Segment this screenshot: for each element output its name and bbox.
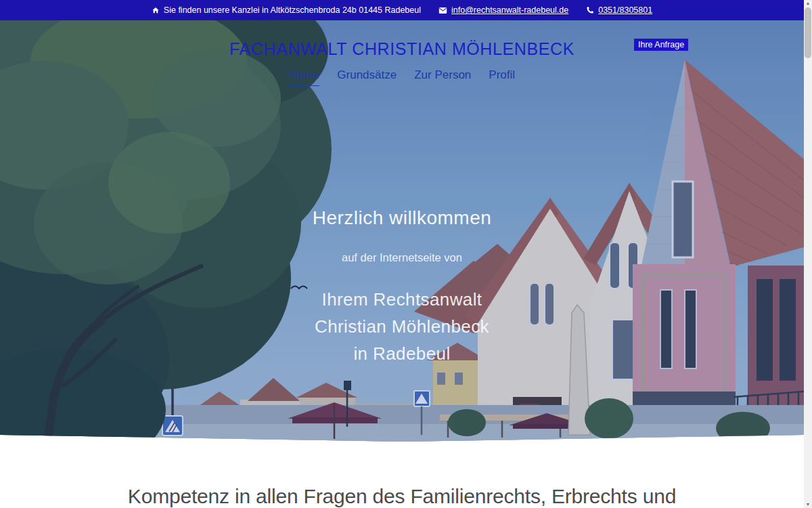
content-section: Kompetenz in allen Fragen des Familienre… xyxy=(0,442,804,508)
site-header: FACHANWALT CHRISTIAN MÖHLENBECK Home Gru… xyxy=(0,20,804,86)
email-item: info@rechtsanwalt-radebeul.de xyxy=(438,5,568,15)
home-icon xyxy=(152,6,160,14)
scrollbar-down-arrow[interactable]: ▼ xyxy=(804,501,812,508)
hero-intro-lines: Ihrem Rechtsanwalt Christian Möhlenbeck … xyxy=(0,286,804,367)
scrollbar-thumb[interactable] xyxy=(805,7,811,58)
nav-item-grundsaetze[interactable]: Grundsätze xyxy=(337,68,397,86)
phone-icon xyxy=(586,6,594,14)
top-info-bar: Sie finden unsere Kanzlei in Altkötzsche… xyxy=(0,0,804,20)
mail-icon xyxy=(438,7,447,14)
scrollbar-up-arrow[interactable]: ▲ xyxy=(804,0,812,7)
phone-link[interactable]: 0351/8305801 xyxy=(598,5,652,15)
content-heading: Kompetenz in allen Fragen des Familienre… xyxy=(0,485,804,508)
ihre-anfrage-button[interactable]: Ihre Anfrage xyxy=(634,39,688,51)
nav-item-profil[interactable]: Profil xyxy=(489,68,515,86)
nav-item-zur-person[interactable]: Zur Person xyxy=(414,68,471,86)
hero-line-2: Christian Möhlenbeck xyxy=(0,313,804,340)
address-item: Sie finden unsere Kanzlei in Altkötzsche… xyxy=(152,5,421,15)
hero-line-3: in Radebeul xyxy=(0,340,804,367)
nav-item-home[interactable]: Home xyxy=(289,68,319,86)
email-link[interactable]: info@rechtsanwalt-radebeul.de xyxy=(451,5,568,15)
main-nav: Home Grundsätze Zur Person Profil xyxy=(0,68,804,86)
hero-heading: Herzlich willkommen xyxy=(0,207,804,229)
phone-item: 0351/8305801 xyxy=(586,5,652,15)
scrollbar[interactable]: ▲ ▼ xyxy=(804,0,812,508)
browser-viewport: Sie finden unsere Kanzlei in Altkötzsche… xyxy=(0,0,812,508)
hero-subheading: auf der Internetseite von xyxy=(0,251,804,264)
hero-line-1: Ihrem Rechtsanwalt xyxy=(0,286,804,313)
address-text: Sie finden unsere Kanzlei in Altkötzsche… xyxy=(164,5,421,15)
hero-section: FACHANWALT CHRISTIAN MÖHLENBECK Home Gru… xyxy=(0,20,804,442)
page: Sie finden unsere Kanzlei in Altkötzsche… xyxy=(0,0,804,508)
